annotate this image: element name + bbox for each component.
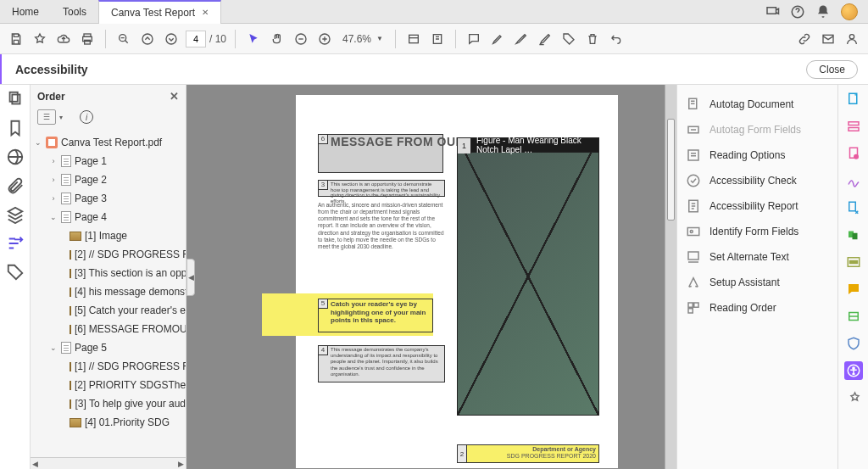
rail-combine-icon[interactable]	[844, 226, 863, 244]
zoom-minus-icon[interactable]	[292, 30, 310, 48]
user-avatar[interactable]	[841, 3, 858, 20]
tool-accessibility-report[interactable]: Accessibility Report	[677, 193, 837, 219]
bell-icon[interactable]	[815, 4, 831, 20]
tag-element-icon	[70, 362, 71, 371]
tool-setup-assistant[interactable]: Setup Assistant	[677, 270, 837, 295]
star-icon[interactable]	[31, 30, 49, 48]
page-down-icon[interactable]	[162, 30, 181, 48]
tag-element-icon	[70, 288, 71, 297]
page-up-icon[interactable]	[138, 30, 157, 48]
world-icon[interactable]	[6, 148, 25, 166]
reading-order-box-para1[interactable]: 3 This section is an opportunity to demo…	[318, 180, 445, 197]
rail-more-tools-icon[interactable]	[844, 388, 863, 407]
mail-icon[interactable]	[819, 30, 837, 48]
figure-label[interactable]: 1 Figure - Man Wearing Black Notch Lapel…	[457, 137, 599, 153]
pointer-icon[interactable]	[244, 30, 263, 48]
tab-tools[interactable]: Tools	[51, 0, 98, 24]
share-icon[interactable]	[765, 4, 780, 20]
tags-icon[interactable]	[6, 263, 25, 282]
tree-page[interactable]: ⌄Page 5	[31, 338, 186, 357]
reading-order-box-heading[interactable]: 6 MESSAGE FROM OUR LEADERS	[318, 134, 443, 173]
fit-page-icon[interactable]	[428, 30, 447, 48]
draw-icon[interactable]	[512, 30, 531, 48]
tab-home[interactable]: Home	[0, 0, 51, 24]
rail-organize-icon[interactable]	[844, 198, 863, 217]
zoom-out-icon[interactable]	[114, 30, 133, 48]
structure-dropdown[interactable]: ☰	[37, 109, 56, 125]
print-icon[interactable]	[78, 30, 97, 48]
cloud-upload-icon[interactable]	[54, 30, 73, 48]
tool-accessibility-check[interactable]: Accessibility Check	[677, 168, 837, 193]
panel-scrollbar-h[interactable]: ◀▶	[31, 457, 186, 469]
rail-sign-icon[interactable]	[844, 171, 863, 190]
tree-item[interactable]: [4] 01.Priority SDG	[31, 413, 186, 432]
tree-item[interactable]: [2] // SDG PROGRESS RE	[31, 245, 186, 264]
fit-width-icon[interactable]	[404, 30, 423, 48]
reading-order-box-footer[interactable]: 2 Department or Agency SDG PROGRESS REPO…	[457, 444, 599, 463]
tool-reading-order[interactable]: Reading Order	[677, 295, 837, 321]
tool-identify-form-fields[interactable]: Identify Form Fields	[677, 219, 837, 244]
svg-point-56	[852, 367, 854, 369]
tag-element-icon	[70, 306, 71, 315]
close-button[interactable]: Close	[806, 60, 858, 79]
reading-order-box-figure[interactable]	[457, 137, 599, 416]
thumbnails-icon[interactable]	[6, 90, 25, 109]
vertical-scrollbar[interactable]	[665, 85, 676, 469]
tool-autotag-document[interactable]: Autotag Document	[677, 92, 837, 117]
info-icon[interactable]: i	[80, 110, 93, 124]
highlight-icon[interactable]	[488, 30, 507, 48]
tag-icon[interactable]	[559, 30, 578, 48]
rail-redact-icon[interactable]	[844, 253, 863, 271]
tool-autotag-form-fields: Autotag Form Fields	[677, 117, 837, 142]
tag-element-icon	[70, 399, 71, 409]
hand-icon[interactable]	[268, 30, 287, 48]
tree-item[interactable]: [5] Catch your reader's ey	[31, 301, 186, 320]
zoom-level[interactable]: 47.6% ▼	[339, 33, 387, 45]
attachment-icon[interactable]	[6, 176, 25, 195]
tree-item[interactable]: [6] MESSAGE FROMOUR	[31, 320, 186, 338]
zoom-plus-icon[interactable]	[315, 30, 334, 48]
close-panel-icon[interactable]: ✕	[170, 90, 179, 103]
trash-icon[interactable]	[583, 30, 602, 48]
rail-accessibility-icon[interactable]	[844, 361, 863, 380]
comment-icon[interactable]	[465, 30, 483, 48]
tool-reading-options[interactable]: Reading Options	[677, 142, 837, 168]
tree-item[interactable]: [2] PRIORITY SDGSThere	[31, 376, 186, 394]
order-icon[interactable]	[6, 234, 25, 253]
tree-item[interactable]: [3] To help give your aud	[31, 394, 186, 413]
layers-icon[interactable]	[6, 205, 25, 224]
rail-edit-pdf-icon[interactable]	[844, 117, 863, 136]
tree-page[interactable]: ›Page 2	[31, 170, 186, 189]
tree-item[interactable]: [4] his message demonst	[31, 282, 186, 301]
tab-document[interactable]: Canva Test Report ✕	[98, 0, 221, 24]
rail-protect-icon[interactable]	[844, 334, 863, 353]
tool-set-alternate-text[interactable]: Set Alternate Text	[677, 244, 837, 270]
reading-order-box-callout[interactable]: 5 Catch your reader's eye by highlightin…	[318, 299, 433, 332]
save-icon[interactable]	[7, 30, 25, 48]
reading-order-box-para2[interactable]: 4 This message demonstrates the company'…	[318, 345, 445, 382]
profile-icon[interactable]	[843, 30, 861, 48]
tag-element-icon	[70, 325, 71, 334]
svg-point-48	[854, 154, 859, 159]
rail-scan-icon[interactable]	[844, 307, 863, 326]
link-icon[interactable]	[795, 30, 814, 48]
bookmark-icon[interactable]	[6, 119, 25, 137]
tree-item[interactable]: [3] This section is an opp	[31, 264, 186, 282]
erase-icon[interactable]	[536, 30, 554, 48]
rail-export-pdf-icon[interactable]	[844, 144, 863, 163]
help-icon[interactable]	[790, 4, 805, 20]
tree-item[interactable]: [1] // SDG PROGRESS RE	[31, 357, 186, 376]
svg-rect-49	[849, 202, 855, 211]
rail-create-pdf-icon[interactable]	[844, 90, 863, 109]
page-current-input[interactable]	[186, 31, 206, 47]
rail-comment-icon[interactable]	[844, 280, 863, 299]
undo-icon[interactable]	[607, 30, 626, 48]
close-tab-icon[interactable]: ✕	[202, 8, 209, 17]
tree-root[interactable]: ⌄Canva Test Report.pdf	[31, 133, 186, 152]
tree-item[interactable]: [1] Image	[31, 226, 186, 245]
tree-page[interactable]: ›Page 3	[31, 189, 186, 208]
tree-page[interactable]: ⌄Page 4	[31, 208, 186, 226]
document-viewport[interactable]: ◀ ▶ 6 MESSAGE FROM OUR LEADERS 3 This se…	[186, 85, 676, 469]
collapse-left-handle[interactable]: ◀	[186, 259, 195, 296]
tree-page[interactable]: ›Page 1	[31, 152, 186, 170]
